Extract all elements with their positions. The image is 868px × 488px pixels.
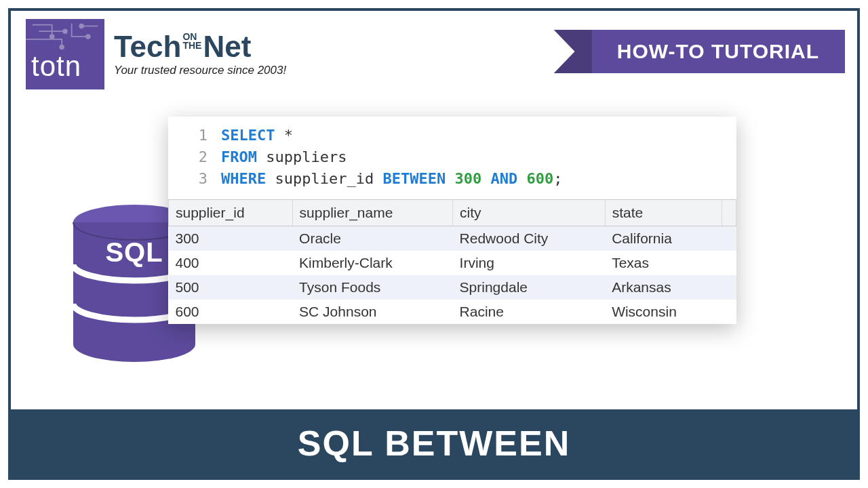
logo-text: TechONTHENet Your trusted resource since… [114, 31, 286, 77]
column-header-blank [722, 199, 736, 226]
code-content: WHERE supplier_id BETWEEN 300 AND 600; [221, 168, 562, 190]
table-cell: Springdale [453, 275, 606, 300]
svg-point-0 [50, 35, 54, 39]
column-header: city [453, 199, 606, 226]
sql-code-block: 1SELECT *2FROM suppliers3WHERE supplier_… [168, 117, 736, 199]
code-line: 2FROM suppliers [168, 146, 736, 168]
column-header: state [605, 199, 722, 226]
table-cell: 600 [169, 300, 293, 324]
table-cell: Tyson Foods [292, 275, 453, 300]
svg-point-4 [79, 24, 83, 28]
line-number: 1 [168, 125, 221, 146]
circuit-pattern-icon [26, 19, 104, 53]
ribbon-label: HOW-TO TUTORIAL [591, 30, 845, 73]
table-cell: Arkansas [605, 275, 722, 300]
table-row: 600SC JohnsonRacineWisconsin [169, 300, 736, 324]
table-cell: 300 [169, 226, 293, 251]
tutorial-ribbon: HOW-TO TUTORIAL [554, 30, 845, 73]
brand-right: Net [203, 30, 251, 63]
site-logo: totn TechONTHENet Your trusted resource … [26, 19, 286, 89]
code-line: 1SELECT * [168, 125, 736, 146]
logo-badge-text: totn [31, 50, 81, 83]
table-cell: 500 [169, 275, 293, 300]
table-cell: 400 [169, 251, 293, 275]
table-row: 400Kimberly-ClarkIrvingTexas [169, 251, 736, 275]
table-row: 300OracleRedwood CityCalifornia [169, 226, 736, 251]
slide-title-bar: SQL BETWEEN [11, 409, 857, 477]
column-header: supplier_id [169, 199, 293, 226]
table-row: 500Tyson FoodsSpringdaleArkansas [169, 275, 736, 300]
svg-point-3 [86, 35, 90, 39]
example-card: 1SELECT *2FROM suppliers3WHERE supplier_… [168, 117, 736, 324]
table-cell: Irving [453, 251, 606, 275]
svg-point-1 [63, 29, 67, 33]
slide-title: SQL BETWEEN [298, 423, 570, 464]
table-cell: SC Johnson [292, 300, 453, 324]
logo-badge: totn [26, 19, 104, 89]
table-cell: Oracle [292, 226, 453, 251]
table-cell: Redwood City [453, 226, 606, 251]
logo-tagline: Your trusted resource since 2003! [114, 64, 286, 77]
line-number: 2 [168, 146, 221, 168]
table-cell: Texas [605, 251, 722, 275]
svg-point-2 [60, 45, 64, 49]
brand-left: Tech [114, 30, 181, 63]
table-cell: Wisconsin [605, 300, 722, 324]
column-header: supplier_name [292, 199, 453, 226]
table-cell: Kimberly-Clark [292, 251, 453, 275]
table-cell: Racine [453, 300, 606, 324]
svg-point-7 [73, 327, 195, 362]
results-table: supplier_idsupplier_namecitystate 300Ora… [168, 199, 736, 324]
ribbon-tail-icon [554, 30, 592, 73]
brand-mid: ONTHE [182, 33, 201, 49]
line-number: 3 [168, 168, 221, 190]
table-cell: California [605, 226, 722, 251]
code-content: FROM suppliers [221, 146, 347, 168]
code-content: SELECT * [221, 125, 293, 146]
logo-brand: TechONTHENet [114, 31, 286, 62]
code-line: 3WHERE supplier_id BETWEEN 300 AND 600; [168, 168, 736, 190]
